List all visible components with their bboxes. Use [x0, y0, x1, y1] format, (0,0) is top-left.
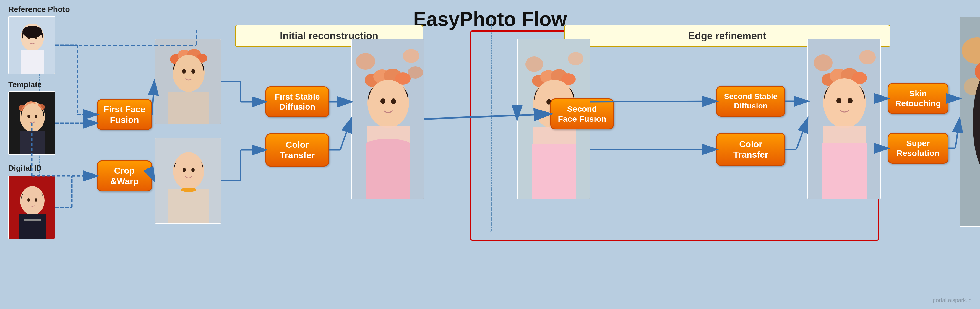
color-transfer-2-box[interactable]: Color Transfer: [716, 133, 785, 166]
svg-point-64: [568, 52, 584, 65]
super-resolution-box[interactable]: Super Resolution: [888, 133, 948, 164]
first-face-fusion-box[interactable]: First Face Fusion: [97, 99, 152, 130]
svg-point-35: [182, 69, 186, 73]
svg-point-78: [859, 50, 876, 64]
svg-point-56: [368, 80, 408, 126]
portrait-fused-bottom: [155, 138, 221, 223]
portrait-edge-refined: [807, 39, 881, 199]
second-face-fusion-box[interactable]: Second Face Fusion: [550, 99, 614, 129]
reference-photo-label: Reference Photo: [8, 5, 70, 14]
svg-point-17: [35, 115, 37, 118]
svg-point-85: [824, 78, 865, 126]
svg-point-23: [27, 198, 30, 202]
template-label: Template: [8, 80, 42, 89]
svg-point-36: [191, 69, 195, 73]
svg-rect-44: [168, 190, 209, 223]
svg-point-58: [391, 99, 396, 104]
svg-point-57: [380, 99, 385, 104]
svg-point-34: [173, 55, 204, 90]
svg-line-131: [340, 119, 351, 150]
svg-line-121: [152, 81, 154, 115]
svg-rect-61: [366, 144, 410, 199]
svg-point-48: [403, 49, 420, 63]
svg-rect-18: [20, 131, 45, 155]
svg-line-138: [796, 119, 807, 150]
svg-point-42: [183, 168, 186, 172]
reference-photo: [8, 16, 55, 74]
svg-point-22: [21, 188, 43, 213]
crop-warp-box[interactable]: Crop &Warp: [97, 161, 152, 191]
svg-rect-25: [19, 214, 46, 239]
svg-point-15: [21, 104, 43, 130]
watermark: portal.aispark.io: [933, 297, 972, 303]
svg-point-16: [27, 115, 30, 118]
portrait-final-output: [959, 17, 980, 227]
color-transfer-1-box[interactable]: Color Transfer: [266, 133, 329, 167]
svg-line-122: [152, 176, 154, 181]
svg-point-87: [848, 98, 853, 104]
portrait-fused-top: [155, 39, 221, 124]
svg-point-45: [181, 188, 196, 192]
svg-point-63: [525, 56, 543, 72]
digital-id-label: Digital ID: [8, 164, 42, 173]
portrait-initial-reconstruction: [351, 39, 425, 199]
svg-line-143: [955, 119, 959, 148]
template-photo: [8, 91, 55, 155]
digital-id-photo: [8, 176, 55, 239]
svg-point-47: [356, 53, 375, 70]
svg-rect-89: [822, 143, 867, 199]
svg-point-7: [22, 26, 42, 38]
first-stable-diffusion-box[interactable]: First Stable Diffusion: [266, 86, 329, 117]
svg-point-41: [174, 154, 203, 188]
skin-retouching-box[interactable]: Skin Retouching: [888, 83, 948, 114]
svg-point-77: [814, 54, 833, 71]
second-stable-diffusion-box[interactable]: Second Stable Diffusion: [716, 86, 785, 117]
svg-point-43: [191, 168, 195, 172]
svg-point-86: [837, 98, 842, 104]
svg-rect-26: [24, 219, 41, 221]
svg-rect-8: [21, 50, 44, 74]
svg-point-24: [35, 198, 37, 202]
svg-rect-37: [168, 92, 209, 124]
svg-rect-75: [532, 144, 576, 199]
